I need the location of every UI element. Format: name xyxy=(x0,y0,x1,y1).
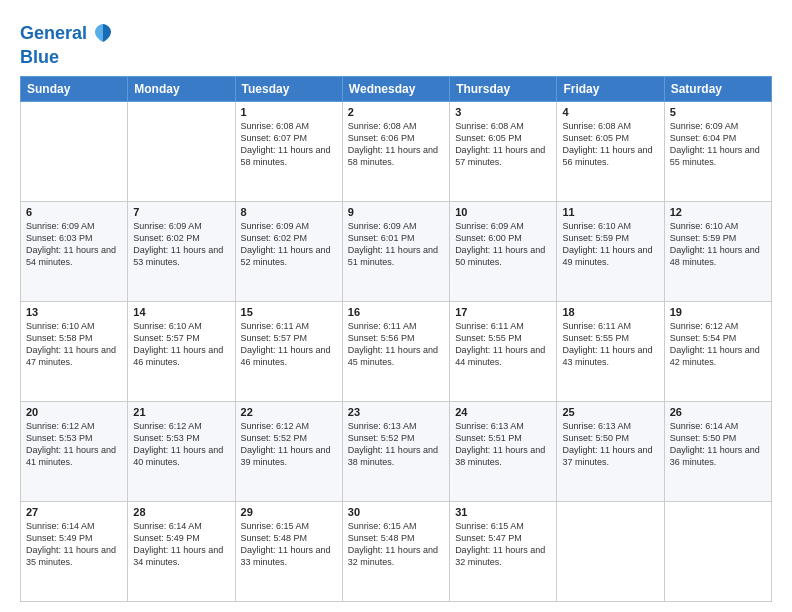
day-info: Sunrise: 6:10 AMSunset: 5:57 PMDaylight:… xyxy=(133,320,229,369)
day-info: Sunrise: 6:14 AMSunset: 5:50 PMDaylight:… xyxy=(670,420,766,469)
day-number: 10 xyxy=(455,206,551,218)
day-info: Sunrise: 6:15 AMSunset: 5:48 PMDaylight:… xyxy=(348,520,444,569)
calendar-cell: 22Sunrise: 6:12 AMSunset: 5:52 PMDayligh… xyxy=(235,401,342,501)
calendar-cell: 8Sunrise: 6:09 AMSunset: 6:02 PMDaylight… xyxy=(235,201,342,301)
calendar-cell xyxy=(664,501,771,601)
day-info: Sunrise: 6:09 AMSunset: 6:02 PMDaylight:… xyxy=(133,220,229,269)
day-number: 17 xyxy=(455,306,551,318)
calendar-cell: 27Sunrise: 6:14 AMSunset: 5:49 PMDayligh… xyxy=(21,501,128,601)
day-info: Sunrise: 6:10 AMSunset: 5:59 PMDaylight:… xyxy=(562,220,658,269)
calendar-cell: 19Sunrise: 6:12 AMSunset: 5:54 PMDayligh… xyxy=(664,301,771,401)
day-number: 22 xyxy=(241,406,337,418)
week-row-2: 6Sunrise: 6:09 AMSunset: 6:03 PMDaylight… xyxy=(21,201,772,301)
calendar-cell: 12Sunrise: 6:10 AMSunset: 5:59 PMDayligh… xyxy=(664,201,771,301)
calendar-cell: 6Sunrise: 6:09 AMSunset: 6:03 PMDaylight… xyxy=(21,201,128,301)
day-info: Sunrise: 6:11 AMSunset: 5:55 PMDaylight:… xyxy=(562,320,658,369)
calendar-cell: 3Sunrise: 6:08 AMSunset: 6:05 PMDaylight… xyxy=(450,101,557,201)
calendar-cell: 7Sunrise: 6:09 AMSunset: 6:02 PMDaylight… xyxy=(128,201,235,301)
calendar-cell xyxy=(21,101,128,201)
day-number: 6 xyxy=(26,206,122,218)
day-info: Sunrise: 6:10 AMSunset: 5:59 PMDaylight:… xyxy=(670,220,766,269)
header: General Blue xyxy=(20,16,772,68)
calendar-cell: 21Sunrise: 6:12 AMSunset: 5:53 PMDayligh… xyxy=(128,401,235,501)
day-info: Sunrise: 6:12 AMSunset: 5:53 PMDaylight:… xyxy=(133,420,229,469)
weekday-header-tuesday: Tuesday xyxy=(235,76,342,101)
weekday-header-wednesday: Wednesday xyxy=(342,76,449,101)
calendar-cell: 29Sunrise: 6:15 AMSunset: 5:48 PMDayligh… xyxy=(235,501,342,601)
day-number: 20 xyxy=(26,406,122,418)
day-number: 16 xyxy=(348,306,444,318)
day-info: Sunrise: 6:08 AMSunset: 6:07 PMDaylight:… xyxy=(241,120,337,169)
day-info: Sunrise: 6:15 AMSunset: 5:48 PMDaylight:… xyxy=(241,520,337,569)
week-row-5: 27Sunrise: 6:14 AMSunset: 5:49 PMDayligh… xyxy=(21,501,772,601)
day-number: 21 xyxy=(133,406,229,418)
day-info: Sunrise: 6:09 AMSunset: 6:02 PMDaylight:… xyxy=(241,220,337,269)
day-number: 8 xyxy=(241,206,337,218)
day-number: 18 xyxy=(562,306,658,318)
day-number: 26 xyxy=(670,406,766,418)
day-info: Sunrise: 6:15 AMSunset: 5:47 PMDaylight:… xyxy=(455,520,551,569)
calendar-cell xyxy=(557,501,664,601)
day-number: 11 xyxy=(562,206,658,218)
calendar-cell: 14Sunrise: 6:10 AMSunset: 5:57 PMDayligh… xyxy=(128,301,235,401)
weekday-header-friday: Friday xyxy=(557,76,664,101)
day-number: 24 xyxy=(455,406,551,418)
day-number: 19 xyxy=(670,306,766,318)
calendar-cell xyxy=(128,101,235,201)
day-number: 25 xyxy=(562,406,658,418)
day-number: 5 xyxy=(670,106,766,118)
day-info: Sunrise: 6:09 AMSunset: 6:01 PMDaylight:… xyxy=(348,220,444,269)
day-info: Sunrise: 6:09 AMSunset: 6:04 PMDaylight:… xyxy=(670,120,766,169)
page: General Blue SundayMondayTuesday xyxy=(0,0,792,612)
day-info: Sunrise: 6:08 AMSunset: 6:05 PMDaylight:… xyxy=(455,120,551,169)
calendar-cell: 2Sunrise: 6:08 AMSunset: 6:06 PMDaylight… xyxy=(342,101,449,201)
calendar-cell: 15Sunrise: 6:11 AMSunset: 5:57 PMDayligh… xyxy=(235,301,342,401)
day-number: 28 xyxy=(133,506,229,518)
day-info: Sunrise: 6:11 AMSunset: 5:55 PMDaylight:… xyxy=(455,320,551,369)
day-info: Sunrise: 6:12 AMSunset: 5:52 PMDaylight:… xyxy=(241,420,337,469)
day-info: Sunrise: 6:13 AMSunset: 5:51 PMDaylight:… xyxy=(455,420,551,469)
weekday-header-sunday: Sunday xyxy=(21,76,128,101)
day-number: 9 xyxy=(348,206,444,218)
day-number: 7 xyxy=(133,206,229,218)
weekday-header-row: SundayMondayTuesdayWednesdayThursdayFrid… xyxy=(21,76,772,101)
calendar-cell: 26Sunrise: 6:14 AMSunset: 5:50 PMDayligh… xyxy=(664,401,771,501)
logo-icon xyxy=(89,20,117,48)
day-info: Sunrise: 6:09 AMSunset: 6:00 PMDaylight:… xyxy=(455,220,551,269)
calendar-cell: 31Sunrise: 6:15 AMSunset: 5:47 PMDayligh… xyxy=(450,501,557,601)
day-number: 23 xyxy=(348,406,444,418)
day-number: 12 xyxy=(670,206,766,218)
day-info: Sunrise: 6:13 AMSunset: 5:52 PMDaylight:… xyxy=(348,420,444,469)
day-number: 2 xyxy=(348,106,444,118)
calendar-cell: 20Sunrise: 6:12 AMSunset: 5:53 PMDayligh… xyxy=(21,401,128,501)
day-info: Sunrise: 6:08 AMSunset: 6:05 PMDaylight:… xyxy=(562,120,658,169)
day-info: Sunrise: 6:14 AMSunset: 5:49 PMDaylight:… xyxy=(133,520,229,569)
weekday-header-monday: Monday xyxy=(128,76,235,101)
calendar-cell: 13Sunrise: 6:10 AMSunset: 5:58 PMDayligh… xyxy=(21,301,128,401)
day-number: 1 xyxy=(241,106,337,118)
calendar-cell: 28Sunrise: 6:14 AMSunset: 5:49 PMDayligh… xyxy=(128,501,235,601)
calendar-cell: 9Sunrise: 6:09 AMSunset: 6:01 PMDaylight… xyxy=(342,201,449,301)
day-info: Sunrise: 6:11 AMSunset: 5:57 PMDaylight:… xyxy=(241,320,337,369)
calendar-cell: 30Sunrise: 6:15 AMSunset: 5:48 PMDayligh… xyxy=(342,501,449,601)
calendar-cell: 24Sunrise: 6:13 AMSunset: 5:51 PMDayligh… xyxy=(450,401,557,501)
calendar-cell: 16Sunrise: 6:11 AMSunset: 5:56 PMDayligh… xyxy=(342,301,449,401)
day-info: Sunrise: 6:12 AMSunset: 5:54 PMDaylight:… xyxy=(670,320,766,369)
day-info: Sunrise: 6:12 AMSunset: 5:53 PMDaylight:… xyxy=(26,420,122,469)
logo-text-blue: Blue xyxy=(20,48,117,68)
logo: General Blue xyxy=(20,20,117,68)
week-row-4: 20Sunrise: 6:12 AMSunset: 5:53 PMDayligh… xyxy=(21,401,772,501)
calendar-cell: 25Sunrise: 6:13 AMSunset: 5:50 PMDayligh… xyxy=(557,401,664,501)
calendar-cell: 23Sunrise: 6:13 AMSunset: 5:52 PMDayligh… xyxy=(342,401,449,501)
day-number: 13 xyxy=(26,306,122,318)
week-row-3: 13Sunrise: 6:10 AMSunset: 5:58 PMDayligh… xyxy=(21,301,772,401)
day-number: 31 xyxy=(455,506,551,518)
day-info: Sunrise: 6:11 AMSunset: 5:56 PMDaylight:… xyxy=(348,320,444,369)
calendar-cell: 11Sunrise: 6:10 AMSunset: 5:59 PMDayligh… xyxy=(557,201,664,301)
calendar-cell: 1Sunrise: 6:08 AMSunset: 6:07 PMDaylight… xyxy=(235,101,342,201)
day-number: 3 xyxy=(455,106,551,118)
weekday-header-saturday: Saturday xyxy=(664,76,771,101)
day-info: Sunrise: 6:14 AMSunset: 5:49 PMDaylight:… xyxy=(26,520,122,569)
weekday-header-thursday: Thursday xyxy=(450,76,557,101)
day-number: 30 xyxy=(348,506,444,518)
